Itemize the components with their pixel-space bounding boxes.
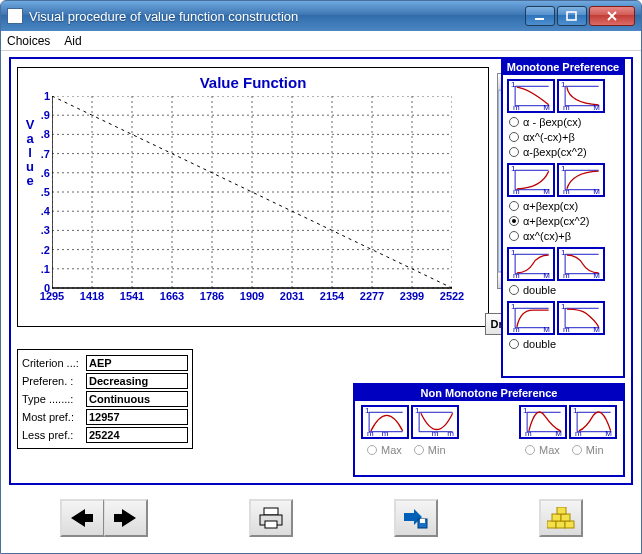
radio-nm1-max[interactable]: Max (365, 443, 402, 457)
value-preferen[interactable]: Decreasing (86, 373, 188, 389)
radio-mono-g2-r3[interactable]: αx^(cx)+β (507, 229, 619, 243)
nm-group-2: 1mM 1mM Max Min (519, 405, 617, 458)
nm-shape-2a-icon[interactable]: 1mM (519, 405, 567, 439)
app-icon (7, 8, 23, 24)
radio-mono-g1-r3[interactable]: α-βexp(cx^2) (507, 145, 619, 159)
printer-icon (258, 507, 284, 529)
bricks-icon (547, 507, 575, 529)
mono-shape-2b-icon[interactable]: 1mM (557, 163, 605, 197)
mono-shape-1b-icon[interactable]: 1mM (557, 79, 605, 113)
radio-icon (509, 231, 519, 241)
save-button[interactable] (394, 499, 438, 537)
titlebar: Visual procedure of value function const… (1, 1, 641, 31)
value-type[interactable]: Continuous (86, 391, 188, 407)
radio-mono-g2-r1[interactable]: α+βexp(cx) (507, 199, 619, 213)
chart-ytick: .1 (41, 263, 52, 275)
chart-svg (52, 96, 452, 314)
radio-mono-double1[interactable]: double (507, 283, 619, 297)
chart-title: Value Function (18, 74, 488, 91)
mono-shape-3a-icon[interactable]: 1mM (507, 247, 555, 281)
next-button[interactable] (104, 499, 148, 537)
chart-xtick: 1909 (240, 288, 264, 302)
main-frame: Value Function Value 1.9.8.7.6.5.4.3.2.1… (9, 57, 633, 485)
chart-xtick: 1295 (40, 288, 64, 302)
menu-choices[interactable]: Choices (7, 34, 50, 48)
nm-shape-2b-icon[interactable]: 1mM (569, 405, 617, 439)
maximize-button[interactable] (557, 6, 587, 26)
chart-ytick: .5 (41, 186, 52, 198)
menu-aid[interactable]: Aid (64, 34, 81, 48)
radio-icon (509, 117, 519, 127)
svg-rect-42 (420, 519, 425, 523)
client-area: Value Function Value 1.9.8.7.6.5.4.3.2.1… (1, 51, 641, 553)
mono-shape-4b-icon[interactable]: 1mM (557, 301, 605, 335)
chart-xtick: 2031 (280, 288, 304, 302)
monotone-body: 1mM 1mM α - βexp(cx) αx^(-cx)+β α-βexp(c… (503, 75, 623, 376)
value-less[interactable]: 25224 (86, 427, 188, 443)
radio-mono-double2[interactable]: double (507, 337, 619, 351)
chart-panel: Value Function Value 1.9.8.7.6.5.4.3.2.1… (17, 67, 489, 327)
mono-shape-3b-icon[interactable]: 1mM (557, 247, 605, 281)
close-button[interactable] (589, 6, 635, 26)
svg-rect-38 (264, 508, 278, 515)
prev-button[interactable] (60, 499, 104, 537)
floppy-arrow-icon (404, 507, 428, 529)
radio-icon (509, 216, 519, 226)
chart-xtick: 1663 (160, 288, 184, 302)
nonmonotone-title: Non Monotone Preference (355, 385, 623, 401)
svg-rect-0 (535, 18, 544, 20)
svg-rect-46 (552, 514, 561, 521)
label-type: Type .......: (22, 393, 82, 405)
radio-nm2-min[interactable]: Min (570, 443, 604, 457)
chart-ytick: .9 (41, 109, 52, 121)
svg-rect-43 (547, 521, 556, 528)
arrow-left-icon (71, 509, 93, 527)
radio-icon (525, 445, 535, 455)
nm-shape-1a-icon[interactable]: 1mm (361, 405, 409, 439)
mono-shape-4a-icon[interactable]: 1mM (507, 301, 555, 335)
svg-rect-44 (556, 521, 565, 528)
chart-area: 1.9.8.7.6.5.4.3.2.1012951418154116631786… (52, 96, 452, 314)
radio-nm2-max[interactable]: Max (523, 443, 560, 457)
radio-icon (509, 339, 519, 349)
chart-ytick: .3 (41, 224, 52, 236)
radio-mono-g1-r1[interactable]: α - βexp(cx) (507, 115, 619, 129)
bottom-toolbar (9, 493, 633, 543)
print-button[interactable] (249, 499, 293, 537)
chart-xtick: 1786 (200, 288, 224, 302)
svg-rect-48 (557, 507, 566, 514)
menubar: Choices Aid (1, 31, 641, 51)
label-criterion: Criterion ...: (22, 357, 82, 369)
mono-shape-1a-icon[interactable]: 1mM (507, 79, 555, 113)
chart-xtick: 1541 (120, 288, 144, 302)
svg-rect-45 (565, 521, 574, 528)
chart-ytick: .8 (41, 128, 52, 140)
value-most[interactable]: 12957 (86, 409, 188, 425)
radio-icon (509, 285, 519, 295)
chart-ytick: .7 (41, 148, 52, 160)
radio-icon (509, 201, 519, 211)
mono-shape-2a-icon[interactable]: 1mM (507, 163, 555, 197)
value-criterion[interactable]: AEP (86, 355, 188, 371)
radio-nm1-min[interactable]: Min (412, 443, 446, 457)
radio-mono-g1-r2[interactable]: αx^(-cx)+β (507, 130, 619, 144)
radio-icon (572, 445, 582, 455)
chart-ytick: 1 (44, 90, 52, 102)
nm-group-1: 1mm 1mm Max Min (361, 405, 459, 458)
chart-xtick: 2522 (440, 288, 464, 302)
radio-mono-g2-r2[interactable]: α+βexp(cx^2) (507, 214, 619, 228)
build-button[interactable] (539, 499, 583, 537)
chart-ytick: .2 (41, 244, 52, 256)
window-title: Visual procedure of value function const… (29, 9, 525, 24)
chart-xtick: 2154 (320, 288, 344, 302)
window-controls (525, 6, 635, 26)
label-preferen: Preferen. : (22, 375, 82, 387)
nm-shape-1b-icon[interactable]: 1mm (411, 405, 459, 439)
nav-pair (60, 499, 148, 537)
chart-xtick: 2399 (400, 288, 424, 302)
info-panel: Criterion ...: AEP Preferen. : Decreasin… (17, 349, 193, 449)
chart-ylabel: Value (24, 118, 36, 188)
arrow-right-icon (114, 509, 136, 527)
minimize-button[interactable] (525, 6, 555, 26)
radio-icon (509, 132, 519, 142)
